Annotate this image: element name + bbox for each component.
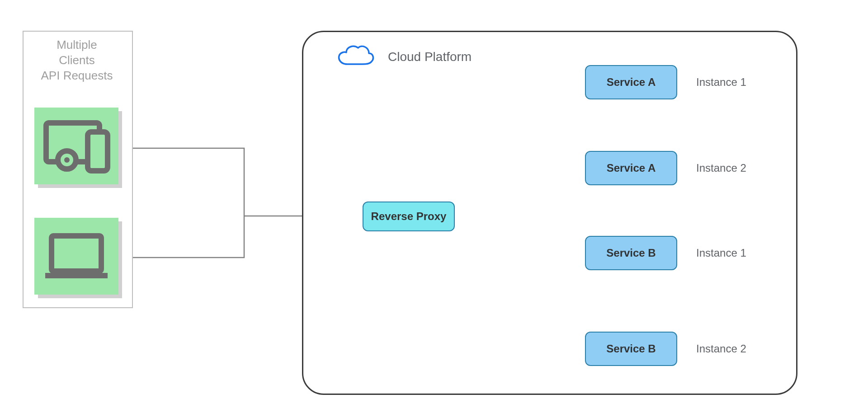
service-label: Service A: [607, 162, 656, 174]
clients-title-line2: Clients: [59, 53, 94, 67]
service-node-b1: Service B: [585, 236, 677, 270]
clients-title: Multiple Clients API Requests: [23, 37, 131, 83]
service-label: Service B: [606, 247, 656, 259]
client-tile-devices: [34, 108, 118, 184]
service-node-a1: Service A: [585, 65, 677, 99]
client-tile-laptop: [34, 218, 118, 295]
devices-icon: [34, 108, 118, 184]
instance-label-b2: Instance 2: [696, 342, 746, 355]
laptop-icon: [34, 218, 118, 295]
reverse-proxy-label: Reverse Proxy: [371, 210, 447, 223]
instance-label-a2: Instance 2: [696, 162, 746, 174]
instance-label-a1: Instance 1: [696, 76, 746, 89]
svg-point-3: [64, 157, 70, 163]
svg-rect-4: [52, 236, 101, 271]
svg-rect-1: [88, 132, 108, 171]
service-node-a2: Service A: [585, 151, 677, 185]
service-label: Service B: [606, 342, 656, 355]
diagram-stage: Multiple Clients API Requests Cloud P: [0, 0, 868, 408]
instance-label-b1: Instance 1: [696, 247, 746, 259]
service-node-b2: Service B: [585, 332, 677, 366]
cloud-icon: [335, 43, 376, 70]
cloud-label: Cloud Platform: [388, 50, 472, 64]
clients-title-line3: API Requests: [41, 69, 113, 82]
reverse-proxy-node: Reverse Proxy: [363, 202, 455, 231]
service-label: Service A: [607, 76, 656, 89]
clients-title-line1: Multiple: [57, 38, 97, 52]
